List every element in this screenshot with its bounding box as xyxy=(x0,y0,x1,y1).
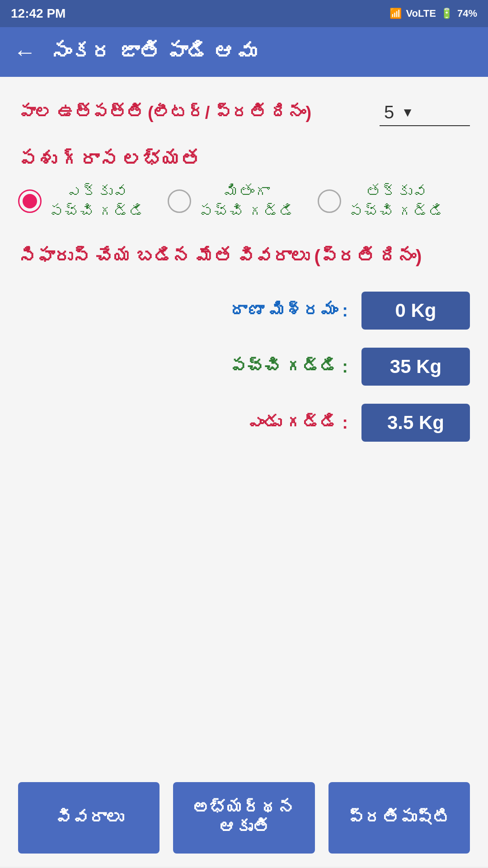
pachhi-value: 35 Kg xyxy=(361,348,470,386)
milk-label: పాల ఉత్పత్తి (లీటర్/ ప్రతి దినం) xyxy=(18,103,380,123)
recommendation-section: సిఫారుస్ చేయ బడిన మేత వివరాలు (ప్రతి దిన… xyxy=(18,244,470,442)
radio-label-3: తక్కువపచ్చి గడ్డి xyxy=(348,181,445,221)
back-button[interactable]: ← xyxy=(14,39,36,65)
main-content: పాల ఉత్పత్తి (లీటర్/ ప్రతి దినం) 5 ▼ పశు… xyxy=(0,77,488,769)
endu-label: ఎండు గడ్డి : xyxy=(247,413,348,433)
dana-label: దాణా మిశ్రమం : xyxy=(230,301,348,321)
fodder-section: పశు గ్రాస లభ్యత ఎక్కువపచ్చి గడ్డి మితంగా… xyxy=(18,149,470,221)
radio-circle-1[interactable] xyxy=(18,189,42,213)
app-title: సంకర జాతి పాడి ఆవు xyxy=(50,40,256,64)
radio-item-2[interactable]: మితంగాపచ్చి గడ్డి xyxy=(168,181,295,221)
volte-label: VoLTE xyxy=(406,8,436,19)
milk-dropdown[interactable]: 5 ▼ xyxy=(380,99,470,126)
dana-value: 0 Kg xyxy=(361,292,470,330)
radio-circle-3[interactable] xyxy=(318,189,341,213)
status-time: 12:42 PM xyxy=(11,6,66,21)
vivaralu-button[interactable]: వివరాలు xyxy=(18,782,160,854)
endu-value: 3.5 Kg xyxy=(361,404,470,442)
radio-item-3[interactable]: తక్కువపచ్చి గడ్డి xyxy=(318,181,445,221)
network-icon: 📶 xyxy=(389,8,402,19)
data-row-endu: ఎండు గడ్డి : 3.5 Kg xyxy=(18,404,470,442)
pachhi-label: పచ్చి గడ్డి : xyxy=(230,357,348,377)
radio-item-1[interactable]: ఎక్కువపచ్చి గడ్డి xyxy=(18,181,145,221)
radio-group: ఎక్కువపచ్చి గడ్డి మితంగాపచ్చి గడ్డి తక్క… xyxy=(18,181,470,221)
status-bar: 12:42 PM 📶 VoLTE 🔋 74% xyxy=(0,0,488,27)
app-bar: ← సంకర జాతి పాడి ఆవు xyxy=(0,27,488,77)
milk-value: 5 xyxy=(384,102,394,123)
data-row-pachhi: పచ్చి గడ్డి : 35 Kg xyxy=(18,348,470,386)
radio-label-1: ఎక్కువపచ్చి గడ్డి xyxy=(49,181,145,221)
radio-circle-2[interactable] xyxy=(168,189,191,213)
status-icons: 📶 VoLTE 🔋 74% xyxy=(389,8,477,19)
data-row-dana: దాణా మిశ్రమం : 0 Kg xyxy=(18,292,470,330)
radio-label-2: మితంగాపచ్చి గడ్డి xyxy=(198,181,295,221)
abhyardana-button[interactable]: అభ్యర్థన ఆకృతి xyxy=(173,782,314,854)
rec-title: సిఫారుస్ చేయ బడిన మేత వివరాలు (ప్రతి దిన… xyxy=(18,244,470,269)
action-buttons-bar: వివరాలు అభ్యర్థన ఆకృతి ప్రతిపుష్టి xyxy=(0,769,488,867)
dropdown-arrow-icon: ▼ xyxy=(401,105,414,120)
milk-production-section: పాల ఉత్పత్తి (లీటర్/ ప్రతి దినం) 5 ▼ xyxy=(18,99,470,126)
fodder-title: పశు గ్రాస లభ్యత xyxy=(18,149,470,170)
battery-level: 74% xyxy=(457,8,477,19)
battery-icon: 🔋 xyxy=(441,8,453,19)
pratipushti-button[interactable]: ప్రతిపుష్టి xyxy=(328,782,470,854)
